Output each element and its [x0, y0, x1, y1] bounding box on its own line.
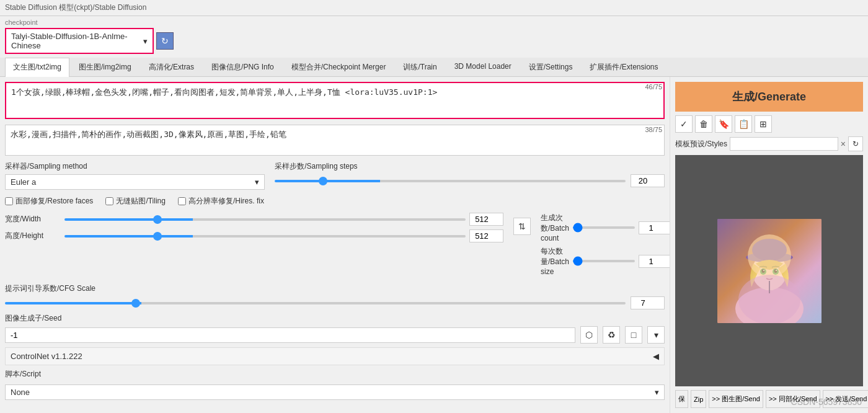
controlnet-chevron-icon: ◀ — [653, 352, 659, 361]
svg-point-3 — [752, 253, 787, 290]
height-input[interactable] — [469, 229, 503, 242]
svg-point-10 — [763, 270, 764, 271]
tab-train[interactable]: 训练/Train — [395, 58, 445, 76]
tab-img2img[interactable]: 图生图/img2img — [71, 58, 140, 76]
right-panel: 生成/Generate ✓ 🗑 🔖 📋 ⊞ 模板预设/Styles × ↻ — [670, 77, 868, 413]
batch-size-slider[interactable] — [573, 260, 635, 262]
tiling-checkbox[interactable]: 无缝贴图/Tiling — [105, 196, 166, 206]
tab-pnginfo[interactable]: 图像信息/PNG Info — [203, 58, 282, 76]
checkpoint-section: checkpoint Talyi-Stable-Dlffusion-1B-Anl… — [0, 16, 868, 58]
tab-txt2img[interactable]: 文生图/txt2img — [5, 58, 69, 77]
tab-settings[interactable]: 设置/Settings — [521, 58, 581, 76]
toolbar-icons: ✓ 🗑 🔖 📋 ⊞ — [675, 115, 772, 133]
checkboxes-row: 面部修复/Restore faces 无缝贴图/Tiling 高分辨率修复/Hi… — [5, 193, 665, 209]
checkpoint-row: Talyi-Stable-Dlffusion-1B-Anlme-Chinese … — [5, 28, 863, 54]
height-row: 高度/Height — [5, 229, 503, 242]
batch-count-row: 生成次数/Batch count — [541, 213, 665, 242]
zip-button[interactable]: Zip — [691, 390, 706, 408]
dimensions-row: 宽度/Width 高度/Height ⇅ — [5, 213, 665, 280]
styles-clear-button[interactable]: × — [841, 139, 846, 149]
bottom-buttons: 保 Zip >> 图生图/Send >> 同部化/Send >> 发送/Send… — [675, 390, 863, 408]
script-section: 脚本/Script None ▾ — [5, 369, 665, 400]
cfg-scale-slider[interactable] — [5, 302, 626, 304]
sampling-steps-slider[interactable] — [275, 180, 626, 182]
svg-point-5 — [752, 239, 787, 261]
tab-extensions[interactable]: 扩展插件/Extensions — [582, 58, 666, 76]
bookmark-icon-button[interactable]: 🔖 — [715, 115, 732, 133]
checkpoint-label: checkpoint — [5, 19, 863, 26]
chevron-down-icon: ▾ — [143, 37, 148, 46]
positive-prompt-counter: 46/75 — [645, 83, 662, 91]
sampling-method-select[interactable]: Euler a ▾ — [5, 174, 265, 190]
checkpoint-refresh-button[interactable]: ↻ — [156, 32, 174, 50]
seed-label: 图像生成子/Seed — [5, 313, 665, 324]
svg-rect-0 — [717, 219, 822, 323]
dimension-group: 宽度/Width 高度/Height — [5, 213, 503, 246]
generate-button[interactable]: 生成/Generate — [675, 82, 863, 112]
positive-prompt-input[interactable]: 1个女孩,绿眼,棒球帽,金色头发,闭嘴,帽子,看向阅图者,短发,简单背景,单人,… — [5, 82, 665, 119]
batch-size-input[interactable] — [639, 255, 670, 268]
width-input[interactable] — [469, 213, 503, 226]
save-button[interactable]: 保 — [675, 390, 688, 408]
batch-group: 生成次数/Batch count 每次数量/Batch size — [541, 213, 665, 280]
seed-input[interactable] — [5, 327, 575, 343]
svg-point-9 — [774, 269, 777, 273]
sampling-chevron-icon: ▾ — [255, 177, 259, 187]
toolbar-row: ✓ 🗑 🔖 📋 ⊞ — [675, 115, 863, 133]
cfg-scale-input[interactable] — [631, 296, 665, 309]
svg-point-4 — [746, 252, 793, 262]
grid-icon-button[interactable]: ⊞ — [755, 115, 772, 133]
checkpoint-select[interactable]: Talyi-Stable-Dlffusion-1B-Anlme-Chinese … — [5, 28, 154, 54]
styles-refresh-button[interactable]: ↻ — [848, 136, 863, 151]
batch-size-row: 每次数量/Batch size — [541, 246, 665, 276]
copy-icon-button[interactable]: 📋 — [735, 115, 752, 133]
seed-recycle-button[interactable]: ♻ — [603, 326, 620, 344]
app-title: Stable Diffusion 模型(ckpt)/Stable Diffusi… — [5, 2, 146, 13]
width-slider[interactable] — [64, 218, 466, 221]
sampling-steps-label: 采样步数/Sampling steps — [275, 161, 665, 172]
generated-image — [717, 219, 822, 323]
tab-merge[interactable]: 模型合并/Checkpoint Merger — [283, 58, 394, 76]
swap-dimensions-button[interactable]: ⇅ — [513, 218, 531, 235]
seed-row: ⬡ ♻ □ ▾ — [5, 326, 665, 344]
svg-point-7 — [773, 269, 779, 275]
send-img2img-button[interactable]: >> 图生图/Send — [709, 390, 763, 408]
restore-faces-checkbox[interactable]: 面部修复/Restore faces — [5, 196, 93, 206]
trash-icon-button[interactable]: 🗑 — [695, 115, 712, 133]
check-icon-button[interactable]: ✓ — [675, 115, 693, 133]
positive-prompt-container: 46/75 1个女孩,绿眼,棒球帽,金色头发,闭嘴,帽子,看向阅图者,短发,简单… — [5, 82, 665, 121]
sampling-method-label: 采样器/Sampling method — [5, 161, 265, 172]
cfg-scale-label: 提示词引导系数/CFG Scale — [5, 283, 665, 294]
width-row: 宽度/Width — [5, 213, 503, 226]
sampling-steps-input[interactable] — [631, 174, 665, 187]
batch-count-slider[interactable] — [573, 226, 635, 229]
hires-fix-checkbox[interactable]: 高分辨率修复/Hires. fix — [178, 196, 264, 206]
swap-button-container: ⇅ — [513, 213, 531, 235]
sampling-row: 采样器/Sampling method Euler a ▾ 采样步数/Sampl… — [5, 161, 665, 190]
height-slider[interactable] — [64, 235, 466, 238]
seed-extra-button[interactable]: □ — [625, 326, 642, 344]
seed-dice-button[interactable]: ⬡ — [580, 326, 598, 344]
script-chevron-icon: ▾ — [655, 388, 659, 397]
app-container: Stable Diffusion 模型(ckpt)/Stable Diffusi… — [0, 0, 868, 413]
tab-3dloader[interactable]: 3D Model Loader — [446, 58, 520, 76]
sampling-method-group: 采样器/Sampling method Euler a ▾ — [5, 161, 265, 190]
negative-prompt-counter: 38/75 — [645, 126, 662, 133]
send-other-button[interactable]: >> 发送/Send — [823, 390, 868, 408]
seed-chevron-button[interactable]: ▾ — [647, 326, 665, 344]
styles-input[interactable] — [730, 137, 838, 151]
send-inpaint-button[interactable]: >> 同部化/Send — [766, 390, 820, 408]
styles-section: 模板预设/Styles × ↻ — [675, 136, 863, 151]
batch-count-input[interactable] — [639, 221, 670, 234]
negative-prompt-input[interactable]: 水彩,漫画,扫描件,简朴的画作,动画截图,3D,像素风,原画,草图,手绘,铅笔 — [5, 125, 665, 156]
width-label: 宽度/Width — [5, 214, 61, 224]
negative-prompt-container: 38/75 水彩,漫画,扫描件,简朴的画作,动画截图,3D,像素风,原画,草图,… — [5, 125, 665, 158]
script-select[interactable]: None ▾ — [5, 384, 665, 400]
controlnet-header[interactable]: ControlNet v1.1.222 ◀ — [5, 347, 665, 365]
tab-extras[interactable]: 高清化/Extras — [141, 58, 202, 76]
sampling-steps-group: 采样步数/Sampling steps — [275, 161, 665, 187]
main-content: 46/75 1个女孩,绿眼,棒球帽,金色头发,闭嘴,帽子,看向阅图者,短发,简单… — [0, 77, 868, 413]
svg-point-1 — [735, 287, 804, 323]
seed-group: 图像生成子/Seed ⬡ ♻ □ ▾ — [5, 313, 665, 344]
script-label: 脚本/Script — [5, 369, 665, 380]
